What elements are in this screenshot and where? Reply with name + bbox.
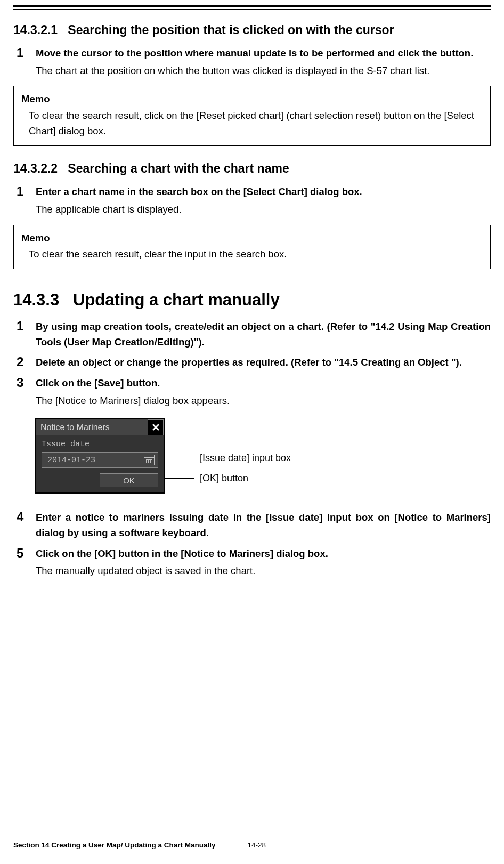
step-title: Click on the [Save] button. — [36, 376, 491, 391]
dialog-notice-to-mariners: Notice to Mariners ✕ Issue date 2014-01-… — [35, 418, 165, 494]
step: 2 Delete an object or change the propert… — [17, 355, 491, 370]
step-number: 1 — [17, 319, 36, 333]
callout-ok: [OK] button — [200, 473, 248, 484]
step: 3 Click on the [Save] button. The [Notic… — [17, 376, 491, 408]
heading-14-3-2-2: 14.3.2.2 Searching a chart with the char… — [13, 162, 491, 176]
page-footer: Section 14 Creating a User Map/ Updating… — [0, 841, 504, 864]
step-number: 2 — [17, 355, 36, 369]
step-title: Delete an object or change the propertie… — [36, 355, 491, 370]
dialog-titlebar: Notice to Mariners ✕ — [36, 419, 164, 435]
memo-body: To clear the search result, clear the in… — [21, 247, 483, 262]
step: 4 Enter a notice to mariners issuing dat… — [17, 510, 491, 540]
step-title: Enter a chart name in the search box on … — [36, 184, 491, 200]
memo-title: Memo — [21, 231, 483, 246]
step: 1 Move the cursor to the position where … — [17, 46, 491, 78]
heading-14-3-3: 14.3.3 Updating a chart manually — [13, 290, 491, 310]
issue-date-label: Issue date — [42, 440, 158, 449]
callout-issue-date: [Issue date] input box — [200, 453, 291, 464]
heading-number: 14.3.3 — [13, 290, 59, 309]
heading-number: 14.3.2.2 — [13, 162, 58, 175]
callout-line — [165, 458, 194, 458]
heading-number: 14.3.2.1 — [13, 23, 58, 37]
ok-button[interactable]: OK — [100, 473, 158, 487]
step-title: Move the cursor to the position where ma… — [36, 46, 491, 61]
ok-button-label: OK — [123, 476, 135, 485]
top-rule — [13, 5, 491, 10]
step-number: 5 — [17, 546, 36, 560]
heading-14-3-2-1: 14.3.2.1 Searching the position that is … — [13, 23, 491, 37]
footer-section: Section 14 Creating a User Map/ Updating… — [13, 841, 216, 849]
dialog-title: Notice to Mariners — [36, 423, 147, 432]
step-desc: The applicable chart is displayed. — [36, 202, 491, 217]
step: 1 By using map creation tools, create/ed… — [17, 319, 491, 350]
calendar-icon[interactable] — [144, 455, 155, 465]
step: 1 Enter a chart name in the search box o… — [17, 184, 491, 217]
close-icon[interactable]: ✕ — [148, 419, 164, 435]
heading-title: Searching a chart with the chart name — [68, 162, 289, 175]
dialog-body: Issue date 2014-01-23 OK — [36, 435, 164, 492]
step-title: Click on the [OK] button in the [Notice … — [36, 546, 491, 562]
footer-page-number: 14-28 — [248, 841, 266, 849]
page-content: 14.3.2.1 Searching the position that is … — [0, 5, 504, 597]
step-desc: The manually updated object is saved in … — [36, 563, 491, 579]
step-number: 1 — [17, 46, 36, 60]
figure-notice-to-mariners: Notice to Mariners ✕ Issue date 2014-01-… — [35, 418, 491, 494]
memo-box: Memo To clear the search result, click o… — [13, 86, 491, 146]
issue-date-input[interactable]: 2014-01-23 — [42, 452, 158, 468]
heading-title: Updating a chart manually — [73, 290, 280, 309]
callout-line — [165, 478, 194, 479]
memo-body: To clear the search result, click on the… — [21, 108, 483, 139]
step-title: Enter a notice to mariners issuing date … — [36, 510, 491, 540]
step: 5 Click on the [OK] button in the [Notic… — [17, 546, 491, 579]
memo-title: Memo — [21, 92, 483, 107]
step-desc: The chart at the position on which the b… — [36, 63, 491, 79]
heading-title: Searching the position that is clicked o… — [68, 23, 394, 37]
memo-box: Memo To clear the search result, clear t… — [13, 225, 491, 269]
step-title: By using map creation tools, create/edit… — [36, 319, 491, 350]
step-desc: The [Notice to Mariners] dialog box appe… — [36, 393, 491, 409]
issue-date-value: 2014-01-23 — [44, 456, 144, 465]
step-number: 3 — [17, 376, 36, 390]
step-number: 1 — [17, 184, 36, 198]
step-number: 4 — [17, 510, 36, 524]
